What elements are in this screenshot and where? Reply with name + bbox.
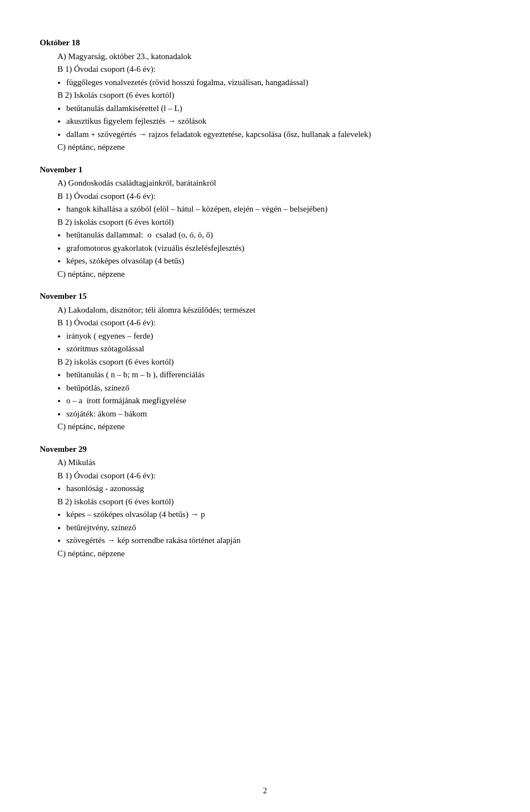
line-a-oktober18: A) Magyarság, október 23., katonadalok: [57, 50, 490, 63]
page-number: 2: [263, 785, 267, 797]
line-c-november1: C) néptánc, népzene: [57, 268, 490, 281]
b2-list-november15: betűtanulás ( n – b; m – b ), differenci…: [66, 368, 490, 420]
line-c-november29: C) néptánc, népzene: [57, 547, 490, 560]
list-item: betűpótlás, színező: [66, 382, 490, 394]
list-item: betűtanulás dallamkísérettel (l – L): [66, 102, 490, 115]
list-item: o – a írott formájának megfigyelése: [66, 394, 490, 407]
line-b2-november1: B 2) iskolás csoport (6 éves kortól): [57, 216, 490, 229]
list-item: hangok kihallása a szóból (elöl – hátul …: [66, 203, 490, 215]
line-a-november1: A) Gondoskodás családtagjainkról, baráta…: [57, 177, 490, 189]
b1-list-november15: irányok ( egyenes – ferde) szóritmus szó…: [66, 330, 490, 355]
list-item: függőleges vonalvezetés (rövid hosszú fo…: [66, 76, 490, 89]
list-item: képes – szóképes olvasólap (4 betűs) → p: [66, 508, 490, 521]
line-b2-oktober18: B 2) Iskolás csoport (6 éves kortól): [57, 89, 490, 102]
b1-list-november29: hasonlóság - azonosság: [66, 482, 490, 495]
b2-list-november1: betűtanulás dallammal: o csalad (o, ó, ö…: [66, 229, 490, 267]
line-b1-november15: B 1) Óvodai csoport (4-6 év):: [57, 317, 490, 329]
line-c-oktober18: C) néptánc, népzene: [57, 141, 490, 154]
heading-november15: November 15: [40, 290, 490, 303]
b2-list-november29: képes – szóképes olvasólap (4 betűs) → p…: [66, 508, 490, 547]
list-item: szövegértés → kép sorrendbe rakása törté…: [66, 534, 490, 547]
section-november1: November 1 A) Gondoskodás családtagjaink…: [40, 164, 490, 281]
page: Október 18 A) Magyarság, október 23., ka…: [0, 0, 530, 812]
list-item: akusztikus figyelem fejlesztés → szóláso…: [66, 115, 490, 128]
line-a-november29: A) Mikulás: [57, 456, 490, 469]
section-oktober18: Október 18 A) Magyarság, október 23., ka…: [40, 36, 490, 154]
list-item: dallam + szövegértés → rajzos feladatok …: [66, 128, 490, 141]
line-b1-november29: B 1) Óvodai csoport (4-6 év):: [57, 470, 490, 482]
list-item: szójáték: ákom – bákom: [66, 408, 490, 420]
line-a-november15: A) Lakodalom, disznótor; téli álomra kés…: [57, 304, 490, 317]
heading-oktober18: Október 18: [40, 36, 490, 49]
section-november15: November 15 A) Lakodalom, disznótor; tél…: [40, 290, 490, 433]
list-item: grafomotoros gyakorlatok (vizuális észle…: [66, 242, 490, 255]
list-item: betűtanulás ( n – b; m – b ), differenci…: [66, 368, 490, 381]
list-item: hasonlóság - azonosság: [66, 482, 490, 495]
line-b2-november29: B 2) iskolás csoport (6 éves kortól): [57, 495, 490, 508]
line-b2-november15: B 2) iskolás csoport (6 éves kortól): [57, 356, 490, 368]
heading-november29: November 29: [40, 443, 490, 456]
heading-november1: November 1: [40, 164, 490, 176]
b1-list-oktober18: függőleges vonalvezetés (rövid hosszú fo…: [66, 76, 490, 89]
b1-list-november1: hangok kihallása a szóból (elöl – hátul …: [66, 203, 490, 215]
list-item: betűrejtvény, színező: [66, 521, 490, 534]
line-b1-november1: B 1) Óvodai csoport (4-6 év):: [57, 190, 490, 203]
list-item: betűtanulás dallammal: o csalad (o, ó, ö…: [66, 229, 490, 241]
list-item: szóritmus szótagolással: [66, 342, 490, 355]
section-november29: November 29 A) Mikulás B 1) Óvodai csopo…: [40, 443, 490, 560]
line-b1-oktober18: B 1) Óvodai csoport (4-6 év):: [57, 63, 490, 76]
line-c-november15: C) néptánc, népzene: [57, 420, 490, 433]
b2-list-oktober18: betűtanulás dallamkísérettel (l – L) aku…: [66, 102, 490, 141]
list-item: képes, szóképes olvasólap (4 betűs): [66, 255, 490, 267]
list-item: irányok ( egyenes – ferde): [66, 330, 490, 342]
